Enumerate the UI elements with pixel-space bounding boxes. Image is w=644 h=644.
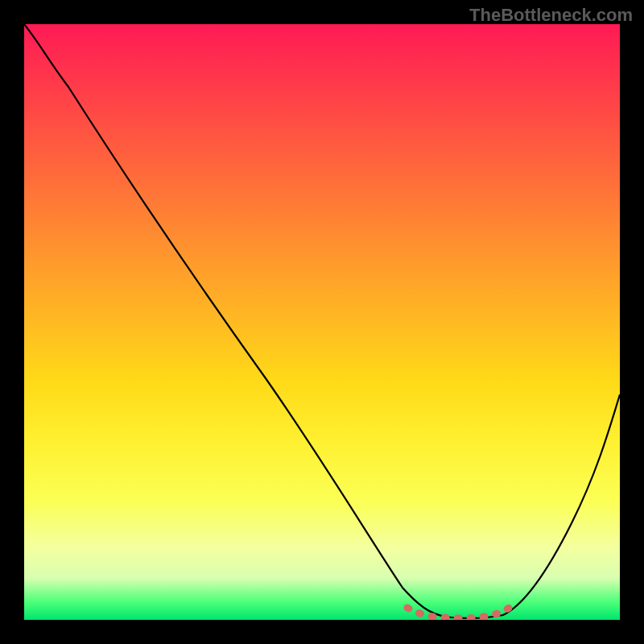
optimal-highlight-line <box>407 607 510 618</box>
chart-svg <box>24 24 620 620</box>
bottleneck-curve-line <box>24 24 620 618</box>
watermark-text: TheBottleneck.com <box>469 5 633 26</box>
plot-area <box>24 24 620 620</box>
